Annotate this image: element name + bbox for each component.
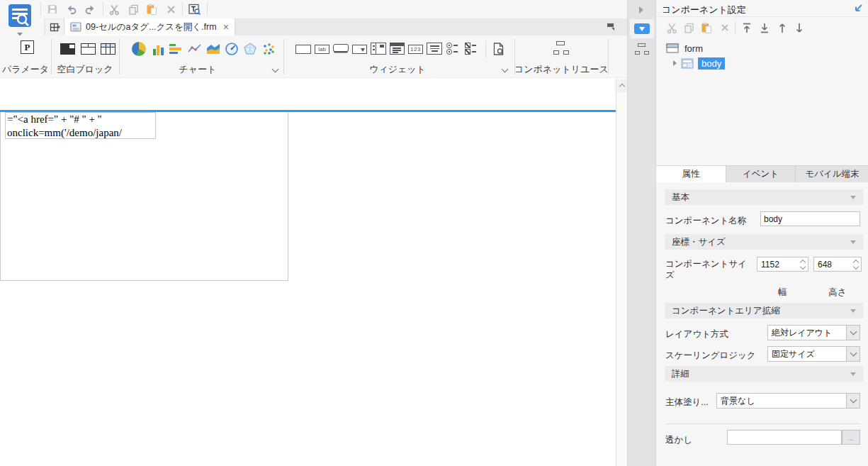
- reuse-bottom-box: [563, 50, 569, 55]
- scaling-logic-select[interactable]: 固定サイズ: [767, 346, 860, 362]
- ribbon-separator: [608, 39, 609, 74]
- tree-dot: [373, 49, 375, 50]
- dock-panel-icon[interactable]: [852, 2, 864, 15]
- component-name-input[interactable]: [760, 211, 860, 226]
- pie-chart-icon[interactable]: [132, 42, 146, 56]
- library-bottom-box: [644, 51, 649, 55]
- template-grid-button[interactable]: [45, 19, 64, 35]
- spinner-arrows-icon[interactable]: [798, 257, 808, 271]
- panel-cut-button[interactable]: [665, 21, 679, 35]
- section-coord-label: 座標・サイズ: [672, 236, 726, 248]
- bar-chart-icon[interactable]: [152, 43, 164, 55]
- panel-copy-button[interactable]: [682, 21, 696, 35]
- checkbox-widget-icon[interactable]: [465, 43, 478, 55]
- textarea-widget-icon[interactable]: [427, 43, 442, 55]
- paste-button[interactable]: [145, 2, 159, 16]
- dropdown-chevron-icon: [846, 326, 859, 340]
- layout-mode-select[interactable]: 絶対レイアウト: [767, 325, 860, 340]
- panel-delete-button[interactable]: [718, 21, 732, 35]
- move-down-button[interactable]: [792, 21, 806, 35]
- expand-arrow-icon[interactable]: [673, 60, 677, 66]
- section-header-area[interactable]: コンポーネントエリア拡縮: [665, 303, 863, 318]
- delete-button[interactable]: [164, 2, 178, 16]
- design-canvas[interactable]: ="<a href=" + "# " + " onclick=mm('/demo…: [0, 78, 616, 466]
- watermark-browse-button[interactable]: ...: [842, 430, 860, 445]
- horizontal-bar-chart-icon[interactable]: [169, 43, 183, 55]
- body-fill-value: 背景なし: [717, 394, 846, 408]
- report-block-icon[interactable]: [60, 43, 75, 55]
- formula-cell[interactable]: ="<a href=" + "# " + " onclick=mm('/demo…: [5, 112, 156, 139]
- parameter-glyph: P: [25, 42, 30, 53]
- height-spinner[interactable]: 648: [813, 257, 862, 272]
- copy-button[interactable]: [126, 2, 140, 16]
- tab-close-icon[interactable]: ×: [223, 21, 229, 33]
- move-up-button[interactable]: [775, 21, 789, 35]
- combobox-widget-icon[interactable]: [352, 45, 367, 54]
- line-chart-icon[interactable]: [187, 42, 202, 56]
- property-tabs: 属性 イベント モバイル端末: [656, 165, 868, 182]
- widget-expand-chevron-icon[interactable]: [500, 65, 509, 75]
- area-chart-icon[interactable]: [205, 42, 221, 56]
- panel-header-divider: [656, 16, 868, 17]
- tab-events[interactable]: イベント: [726, 166, 795, 182]
- gauge-chart-icon[interactable]: [225, 42, 239, 56]
- query-widget-icon[interactable]: [490, 41, 506, 56]
- document-tab[interactable]: 09-セルのaタグ...クスを開く.frm ×: [64, 18, 235, 35]
- panel-paste-button[interactable]: [699, 21, 714, 35]
- section-header-detail[interactable]: 詳細: [665, 366, 863, 382]
- designer-window: 09-セルのaタグ...クスを開く.frm × P パラメータ 空白ブロック: [0, 0, 868, 466]
- tree-node-form[interactable]: form: [656, 41, 868, 55]
- radio-widget-icon[interactable]: [446, 43, 459, 55]
- undo-button[interactable]: [64, 2, 79, 16]
- height-value: 648: [814, 257, 851, 271]
- canvas-scrollbar[interactable]: [616, 78, 627, 466]
- bar: [153, 49, 156, 55]
- scrollbar-up-button[interactable]: [617, 79, 627, 92]
- move-to-top-button[interactable]: [740, 21, 754, 35]
- button-widget-icon[interactable]: [333, 44, 349, 52]
- collapse-panel-icon[interactable]: [636, 5, 646, 15]
- move-to-bottom-button[interactable]: [757, 21, 772, 35]
- textarea-line: [430, 45, 439, 47]
- watermark-label: 透かし: [665, 434, 692, 446]
- parameter-pane-icon[interactable]: P: [21, 40, 34, 54]
- collapse-chevron-icon: [850, 309, 856, 313]
- component-settings-tool[interactable]: [630, 19, 654, 38]
- tree-widget-icon[interactable]: [371, 43, 386, 55]
- width-spinner[interactable]: 1152: [757, 257, 808, 272]
- formula-cell-line1: ="<a href=" + "# " + ": [7, 113, 154, 126]
- component-library-icon[interactable]: [635, 43, 649, 55]
- table-block-icon[interactable]: [101, 43, 115, 55]
- spinner-arrows-icon[interactable]: [851, 257, 861, 271]
- radar-chart-icon[interactable]: [243, 42, 257, 56]
- cut-button[interactable]: [107, 2, 121, 16]
- tab-mobile[interactable]: モバイル端末: [795, 166, 868, 182]
- textbox-widget-icon[interactable]: [295, 45, 311, 54]
- datepicker-widget-icon[interactable]: [390, 43, 405, 55]
- section-header-coord[interactable]: 座標・サイズ: [665, 234, 863, 250]
- toolbar-separator: [182, 2, 183, 16]
- split-block-icon[interactable]: [81, 43, 96, 55]
- label-widget-icon[interactable]: lab: [315, 45, 329, 54]
- redo-button[interactable]: [83, 2, 97, 16]
- watermark-input[interactable]: [727, 430, 842, 445]
- tree-node-body[interactable]: body: [656, 56, 868, 70]
- find-replace-button[interactable]: [186, 2, 202, 16]
- number-widget-icon[interactable]: 123: [408, 45, 423, 54]
- hbar: [169, 48, 181, 50]
- body-fill-select[interactable]: 背景なし: [716, 393, 860, 409]
- component-reuse-icon[interactable]: [553, 41, 569, 55]
- reuse-bottom-box: [553, 50, 559, 55]
- width-caption: 幅: [757, 287, 808, 299]
- app-logo-icon[interactable]: [7, 3, 33, 30]
- reuse-top-box: [556, 41, 565, 45]
- chart-expand-chevron-icon[interactable]: [270, 65, 280, 75]
- combo-arrow: [361, 48, 365, 52]
- scatter-chart-icon[interactable]: [261, 42, 276, 56]
- save-button[interactable]: [45, 2, 60, 16]
- ribbon-section-chart-label: チャート: [119, 63, 276, 76]
- tab-attributes[interactable]: 属性: [656, 166, 726, 182]
- tab-list-icon[interactable]: [604, 20, 619, 33]
- hbar: [169, 52, 178, 55]
- section-header-basic[interactable]: 基本: [665, 189, 863, 205]
